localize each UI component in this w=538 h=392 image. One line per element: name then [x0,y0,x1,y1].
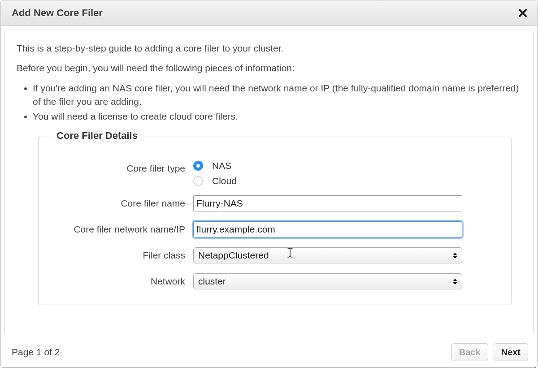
intro-line-1: This is a step-by-step guide to adding a… [17,42,521,55]
network-select-value: cluster [198,276,226,287]
dialog-content: This is a step-by-step guide to adding a… [4,30,534,334]
intro-bullet-2: You will need a license to create cloud … [33,110,521,123]
resize-grip[interactable] [527,358,536,367]
filer-class-value: NetappClustered [198,250,269,261]
filer-class-select[interactable]: NetappClustered [193,247,462,263]
radio-cloud[interactable] [193,176,203,186]
control-core-filer-type: NAS Cloud [193,160,462,191]
radio-nas-label: NAS [212,160,231,171]
dialog-body: This is a step-by-step guide to adding a… [1,26,537,338]
fieldset-legend: Core Filer Details [52,130,142,142]
radio-option-nas[interactable]: NAS [193,160,462,171]
close-button[interactable] [516,7,529,19]
network-select[interactable]: cluster [193,273,462,289]
label-core-filer-type: Core filer type [56,160,193,175]
dialog-titlebar: Add New Core Filer [1,0,537,26]
intro-bullet-1: If you're adding an NAS core filer, you … [33,82,521,109]
row-core-filer-name: Core filer name [56,195,493,211]
radio-cloud-label: Cloud [212,176,237,186]
core-filer-name-input[interactable] [193,195,462,211]
radio-option-cloud[interactable]: Cloud [193,176,462,186]
add-core-filer-dialog: Add New Core Filer This is a step-by-ste… [0,0,538,368]
label-core-filer-network: Core filer network name/IP [56,221,193,236]
select-caret-icon [453,253,457,258]
row-core-filer-network: Core filer network name/IP [56,221,493,237]
label-filer-class: Filer class [56,247,193,262]
core-filer-details-fieldset: Core Filer Details Core filer type NAS C… [38,137,512,305]
page-indicator: Page 1 of 2 [12,347,60,358]
intro-text: This is a step-by-step guide to adding a… [17,42,521,123]
dialog-footer: Page 1 of 2 Back Next [1,338,537,367]
back-button: Back [451,343,488,361]
intro-list: If you're adding an NAS core filer, you … [17,82,521,123]
intro-line-2: Before you begin, you will need the foll… [17,61,521,75]
core-filer-network-input[interactable] [193,221,462,237]
row-core-filer-type: Core filer type NAS Cloud [56,160,493,191]
row-filer-class: Filer class NetappClustered [56,247,493,263]
footer-buttons: Back Next [451,343,528,361]
select-caret-icon [453,279,457,284]
radio-nas[interactable] [193,161,203,171]
next-button[interactable]: Next [494,343,528,361]
dialog-title: Add New Core Filer [12,7,103,19]
label-core-filer-name: Core filer name [56,195,193,210]
close-icon [518,9,527,17]
label-network: Network [56,273,193,288]
row-network: Network cluster [56,273,493,289]
